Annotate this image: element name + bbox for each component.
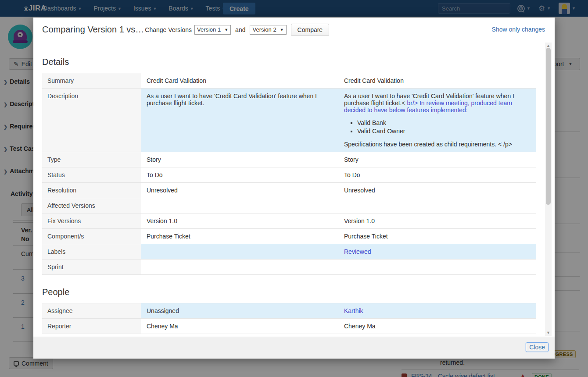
dialog-footer: Close bbox=[33, 337, 555, 359]
scrollbar-thumb[interactable] bbox=[546, 48, 551, 205]
table-row-affected-versions: Affected Versions bbox=[42, 198, 536, 213]
table-row-resolution: Resolution Unresolved Unresolved bbox=[42, 183, 536, 198]
table-row-fix-versions: Fix Versions Version 1.0 Version 1.0 bbox=[42, 213, 536, 229]
version-2-select[interactable]: Version 2 ▼ bbox=[250, 25, 286, 35]
table-row-type: Type Story Story bbox=[42, 152, 536, 167]
description-bullet-list: Valid Bank Valid Card Owner bbox=[344, 119, 531, 135]
table-row-components: Component/s Purchase Ticket Purchase Tic… bbox=[42, 229, 536, 244]
select-arrow-icon: ▼ bbox=[224, 28, 228, 32]
scroll-down-arrow[interactable]: ▼ bbox=[545, 330, 552, 336]
table-row-reporter: Reporter Cheney Ma Cheney Ma bbox=[42, 319, 536, 334]
change-versions-label: Change Versions bbox=[145, 26, 192, 33]
description-v1-cell: As a user I want to have 'Credit Card Va… bbox=[141, 89, 339, 152]
table-row-labels: Labels Reviewed bbox=[42, 244, 536, 260]
select-arrow-icon: ▼ bbox=[280, 28, 284, 32]
compare-versions-dialog: Comparing Version 1 vs… Change Versions … bbox=[33, 18, 555, 359]
close-link[interactable]: Close bbox=[526, 342, 549, 352]
assignee-user-link[interactable]: Karthik bbox=[344, 307, 363, 314]
dialog-scrollbar[interactable]: ▲ ▼ bbox=[545, 43, 552, 336]
version-1-select[interactable]: Version 1 ▼ bbox=[194, 25, 231, 35]
table-row-sprint: Sprint bbox=[42, 260, 536, 275]
list-item: Valid Card Owner bbox=[357, 128, 531, 135]
label-link-reviewed[interactable]: Reviewed bbox=[344, 248, 371, 255]
table-row-assignee: Assignee Unassigned Karthik bbox=[42, 303, 536, 319]
table-row-summary: Summary Credit Card Validation Credit Ca… bbox=[42, 73, 536, 89]
table-row-status: Status To Do To Do bbox=[42, 167, 536, 183]
details-compare-table: Summary Credit Card Validation Credit Ca… bbox=[42, 73, 536, 275]
dialog-title: Comparing Version 1 vs… bbox=[42, 25, 144, 35]
list-item: Valid Bank bbox=[357, 119, 531, 126]
dialog-scroll-area: Details Summary Credit Card Validation C… bbox=[33, 42, 555, 337]
and-label: and bbox=[235, 26, 245, 33]
details-section-heading: Details bbox=[42, 57, 536, 67]
people-compare-table: Assignee Unassigned Karthik Reporter Che… bbox=[42, 303, 536, 334]
dialog-header: Comparing Version 1 vs… Change Versions … bbox=[33, 18, 555, 42]
table-row-description: Description As a user I want to have 'Cr… bbox=[42, 89, 536, 152]
people-section-heading: People bbox=[42, 287, 536, 297]
compare-button[interactable]: Compare bbox=[291, 24, 330, 36]
show-only-changes-link[interactable]: Show only changes bbox=[492, 26, 545, 33]
screen: ẍ JIRA Dashboards▼ Projects▼ Issues▼ Boa… bbox=[0, 0, 588, 377]
description-v2-cell: As a user I want to have 'Credit Card Va… bbox=[339, 89, 536, 152]
